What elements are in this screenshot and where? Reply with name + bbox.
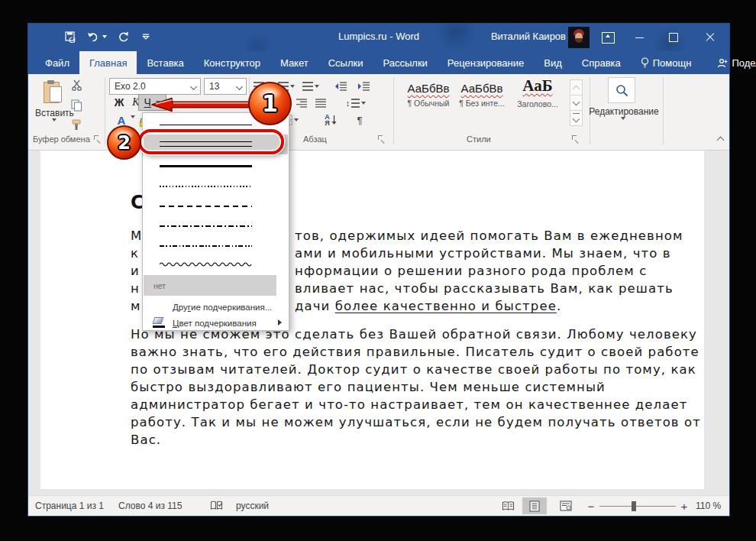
window-title: Lumpics.ru - Word bbox=[28, 31, 729, 42]
clipboard-group-label: Буфер обмена bbox=[33, 134, 90, 144]
sort-button[interactable]: АЯ bbox=[321, 112, 341, 128]
tab-mailings[interactable]: Рассылки bbox=[373, 51, 437, 74]
para1-line1: М bbox=[131, 228, 142, 243]
tab-view[interactable]: Вид bbox=[534, 51, 572, 74]
decrease-indent-button[interactable] bbox=[331, 79, 351, 94]
increase-indent-button[interactable] bbox=[354, 79, 373, 94]
tab-tell-me[interactable]: Помощн bbox=[631, 51, 702, 74]
tab-review[interactable]: Рецензирование bbox=[438, 51, 534, 74]
para2-line4: быстро выздоравливают его пациенты. Чем … bbox=[131, 380, 606, 394]
justify-button[interactable] bbox=[311, 96, 331, 111]
style-heading[interactable]: АаБ Заголово... bbox=[509, 76, 566, 109]
more-underlines-item[interactable]: Другие подчеркивания... bbox=[144, 299, 288, 316]
underline-color-icon bbox=[153, 317, 165, 328]
ribbon-display-options-button[interactable] bbox=[598, 28, 618, 47]
collapse-ribbon-button[interactable] bbox=[714, 134, 726, 144]
para2-line5: администратор бегает и что-то настраивае… bbox=[131, 397, 687, 412]
para2-line2: важно знать, что его действия правильные… bbox=[131, 345, 699, 359]
web-layout-button[interactable] bbox=[555, 497, 577, 514]
word-count[interactable]: Слово 4 из 115 bbox=[118, 501, 182, 511]
annotation-arrow bbox=[150, 96, 251, 113]
pilcrow-button[interactable]: ¶ bbox=[352, 112, 367, 128]
para1-line3: и bbox=[131, 264, 140, 278]
editing-dropdown-caret[interactable] bbox=[621, 117, 625, 133]
style-normal[interactable]: АаБбВв ¶ Обычный bbox=[404, 82, 453, 108]
share-button[interactable]: Поделиться bbox=[707, 51, 756, 74]
underline-style-dotted[interactable] bbox=[144, 176, 288, 196]
page-count[interactable]: Страница 1 из 1 bbox=[35, 501, 104, 511]
style-no-spacing[interactable]: АаБбВв ¶ Без инте... bbox=[457, 82, 506, 108]
annotation-step-2: 2 bbox=[107, 125, 141, 160]
avatar-beard bbox=[575, 38, 583, 43]
tab-design[interactable]: Конструктор bbox=[194, 51, 270, 74]
styles-dialog-launcher[interactable] bbox=[572, 135, 580, 143]
multilevel-list-button[interactable] bbox=[301, 79, 321, 94]
line-spacing-button[interactable]: ↕ bbox=[344, 96, 368, 111]
paste-dropdown-caret[interactable] bbox=[52, 118, 57, 134]
styles-more-button[interactable] bbox=[570, 111, 583, 126]
person-plus-icon bbox=[717, 58, 728, 68]
word-window: Lumpics.ru - Word Виталий Каиров Файл Гл… bbox=[27, 23, 730, 517]
styles-scroll-up[interactable] bbox=[570, 79, 583, 96]
title-bar: Lumpics.ru - Word Виталий Каиров bbox=[28, 24, 729, 51]
para1-line5: м bbox=[131, 299, 141, 313]
underline-color-item[interactable]: Цвет подчеркивания bbox=[144, 315, 288, 332]
zoom-out-button[interactable]: − bbox=[584, 497, 598, 514]
language-indicator[interactable]: русский bbox=[236, 501, 269, 511]
underline-style-thick[interactable] bbox=[144, 156, 288, 176]
underline-style-wavy[interactable] bbox=[144, 255, 288, 275]
search-icon bbox=[615, 84, 628, 97]
paragraph-group-label: Абзац bbox=[303, 134, 327, 144]
tab-file[interactable]: Файл bbox=[35, 51, 79, 74]
find-button[interactable] bbox=[608, 77, 635, 103]
tab-insert[interactable]: Вставка bbox=[137, 51, 193, 74]
ribbon-tab-bar: Файл Главная Вставка Конструктор Макет С… bbox=[28, 51, 729, 74]
styles-gallery-scroll bbox=[570, 79, 583, 126]
clipboard-dialog-launcher[interactable] bbox=[94, 135, 102, 143]
underline-style-dashed[interactable] bbox=[144, 196, 288, 215]
font-size-combo[interactable]: 13 bbox=[204, 78, 247, 95]
tab-help[interactable]: Справка bbox=[572, 51, 631, 74]
maximize-button[interactable] bbox=[664, 28, 683, 47]
proofing-icon[interactable] bbox=[208, 497, 224, 514]
para2-line6: работу. Так и мы не можем улучшаться, ес… bbox=[131, 415, 701, 429]
annotation-step-1: 1 bbox=[248, 82, 292, 125]
print-layout-button[interactable] bbox=[522, 497, 547, 514]
paragraph-dialog-launcher[interactable] bbox=[378, 135, 386, 143]
para2-line3: по отзывам читателей. Доктор судит о кач… bbox=[131, 362, 696, 377]
minimize-button[interactable] bbox=[629, 28, 649, 47]
styles-group-label: Стили bbox=[467, 134, 491, 144]
tab-home[interactable]: Главная bbox=[79, 51, 137, 74]
annotation-highlight-rect bbox=[138, 129, 284, 154]
paste-clipboard-icon bbox=[44, 80, 63, 105]
underlined-phrase: более качественно и быстрее bbox=[335, 299, 557, 313]
document-page[interactable]: С М тов, одержимых идеей помогать Вам в … bbox=[40, 151, 704, 489]
copy-button[interactable] bbox=[71, 99, 88, 113]
para1-line2: к bbox=[131, 246, 139, 261]
cut-button[interactable] bbox=[71, 79, 88, 93]
underline-none-item[interactable]: нет bbox=[144, 275, 276, 296]
lightbulb-icon bbox=[641, 57, 649, 69]
zoom-in-button[interactable]: + bbox=[677, 497, 691, 514]
para2-line7: Вас. bbox=[131, 432, 161, 447]
status-bar: Страница 1 из 1 Слово 4 из 115 русский bbox=[28, 495, 729, 516]
underline-style-dash-dot[interactable] bbox=[144, 215, 288, 235]
underline-style-dash-dot-dot[interactable] bbox=[144, 235, 288, 255]
tab-layout[interactable]: Макет bbox=[270, 51, 318, 74]
zoom-slider-track[interactable] bbox=[599, 506, 676, 507]
font-name-combo[interactable]: Exo 2.0 bbox=[109, 78, 201, 95]
para1-line4: н bbox=[131, 281, 140, 296]
format-painter-button[interactable] bbox=[71, 118, 88, 132]
document-area: С М тов, одержимых идеей помогать Вам в … bbox=[28, 151, 729, 495]
avatar[interactable] bbox=[568, 27, 590, 48]
zoom-level[interactable]: 110 % bbox=[696, 501, 721, 511]
styles-scroll-down[interactable] bbox=[570, 96, 583, 111]
account-user-name[interactable]: Виталий Каиров bbox=[491, 31, 566, 42]
tab-references[interactable]: Ссылки bbox=[318, 51, 373, 74]
read-mode-button[interactable] bbox=[499, 497, 517, 514]
align-right-button[interactable] bbox=[292, 96, 312, 111]
editing-group-label[interactable]: Редактирование bbox=[587, 106, 661, 117]
zoom-slider-thumb[interactable] bbox=[632, 501, 636, 511]
bold-button[interactable]: Ж bbox=[111, 95, 127, 110]
close-button[interactable] bbox=[700, 28, 720, 47]
